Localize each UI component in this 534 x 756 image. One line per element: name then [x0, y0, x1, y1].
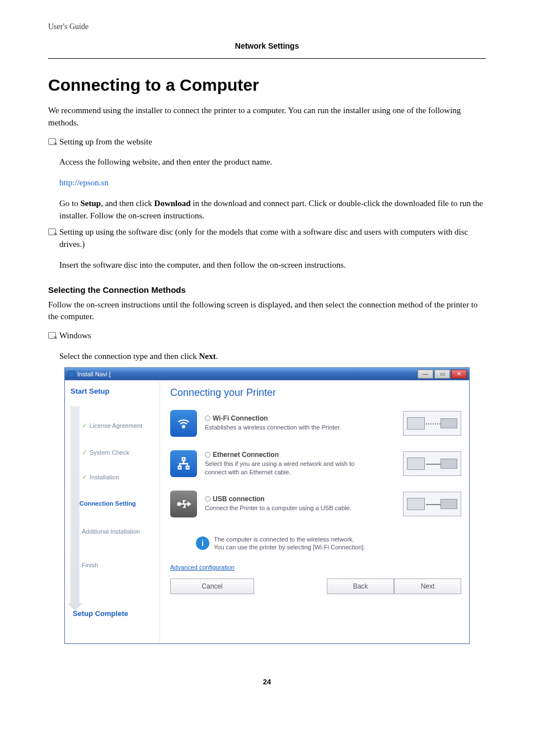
bullet-icon — [48, 138, 56, 145]
installer-dialog: Install Navi [ — ▭ ✕ Start Setup ✓Licens… — [64, 367, 470, 644]
info-row: i The computer is connected to the wirel… — [196, 535, 461, 552]
option-wifi-title: Wi-Fi Connection — [213, 414, 268, 422]
bullet-2-line1: Insert the software disc into the comput… — [59, 259, 486, 272]
doc-title: User's Guide — [48, 22, 486, 31]
check-icon: ✓ — [82, 473, 87, 481]
wizard-sidebar: Start Setup ✓License Agreement ✓System C… — [65, 380, 160, 643]
close-button[interactable]: ✕ — [451, 370, 467, 379]
radio-icon[interactable] — [205, 496, 210, 502]
option-eth-title: Ethernet Connection — [213, 451, 279, 459]
cancel-button[interactable]: Cancel — [170, 578, 254, 594]
wifi-thumbnail — [403, 411, 461, 436]
titlebar: Install Navi [ — ▭ ✕ — [65, 368, 469, 380]
app-icon — [68, 371, 75, 377]
option-wifi[interactable]: Wi-Fi Connection Establishes a wireless … — [170, 410, 461, 437]
step-license: License Agreement — [90, 422, 142, 429]
back-button[interactable]: Back — [327, 578, 394, 594]
option-usb-title: USB connection — [213, 495, 265, 503]
bullet-3-line1: Select the connection type and then clic… — [59, 351, 486, 363]
minimize-button[interactable]: — — [418, 370, 433, 379]
usb-thumbnail — [403, 492, 461, 516]
next-button[interactable]: Next — [394, 578, 461, 594]
check-icon: ✓ — [82, 449, 87, 456]
svg-rect-1 — [182, 458, 185, 460]
svg-point-4 — [178, 502, 181, 505]
advanced-config-link[interactable]: Advanced configuration — [170, 564, 461, 571]
section-name: Network Settings — [48, 41, 486, 50]
option-ethernet[interactable]: Ethernet Connection Select this if you a… — [170, 450, 461, 477]
step-additional: Additional Installation — [82, 528, 140, 535]
option-usb-desc: Connect the Printer to a computer using … — [205, 504, 362, 512]
info-icon: i — [196, 536, 209, 550]
option-wifi-desc: Establishes a wireless connection with t… — [205, 423, 362, 432]
dialog-heading: Connecting your Printer — [170, 387, 461, 399]
start-setup-label: Start Setup — [71, 387, 154, 395]
step-finish: Finish — [82, 562, 98, 568]
ethernet-icon — [170, 450, 197, 477]
usb-icon — [170, 491, 197, 517]
step-connection: Connection Setting — [79, 500, 136, 507]
wifi-icon — [170, 410, 197, 437]
epson-link[interactable]: http://epson.sn — [59, 178, 109, 187]
radio-icon[interactable] — [205, 452, 210, 458]
svg-rect-2 — [179, 466, 181, 469]
maximize-button[interactable]: ▭ — [434, 370, 450, 379]
bullet-1-line2: Go to Setup, and then click Download in … — [59, 198, 486, 222]
radio-icon[interactable] — [205, 416, 210, 421]
svg-point-0 — [182, 425, 185, 427]
info-line1: The computer is connected to the wireles… — [214, 535, 365, 544]
ethernet-thumbnail — [403, 451, 461, 476]
progress-arrow-icon — [71, 406, 79, 604]
setup-complete-label: Setup Complete — [73, 609, 128, 618]
svg-rect-3 — [186, 466, 189, 469]
page-heading: Connecting to a Computer — [48, 76, 486, 95]
bullet-icon — [48, 228, 56, 235]
bullet-2-title: Setting up using the software disc (only… — [59, 226, 486, 251]
subhead-text: Follow the on-screen instructions until … — [48, 299, 486, 324]
page-number: 24 — [48, 678, 486, 686]
intro-paragraph: We recommend using the installer to conn… — [48, 105, 486, 129]
bullet-1-title: Setting up from the website — [59, 136, 152, 148]
option-usb[interactable]: USB connection Connect the Printer to a … — [170, 491, 461, 517]
bullet-1-line1: Access the following website, and then e… — [59, 156, 486, 169]
info-line2: You can use the printer by selecting [Wi… — [214, 543, 365, 552]
option-eth-desc: Select this if you are using a wired net… — [205, 460, 362, 477]
step-install: Installation — [90, 474, 119, 480]
bullet-3-title: Windows — [59, 330, 91, 342]
check-icon: ✓ — [82, 422, 87, 430]
window-title: Install Navi [ — [77, 371, 111, 377]
bullet-icon — [48, 332, 56, 339]
step-syscheck: System Check — [90, 449, 129, 456]
subheading: Selecting the Connection Methods — [48, 285, 486, 295]
horizontal-rule — [48, 58, 486, 59]
